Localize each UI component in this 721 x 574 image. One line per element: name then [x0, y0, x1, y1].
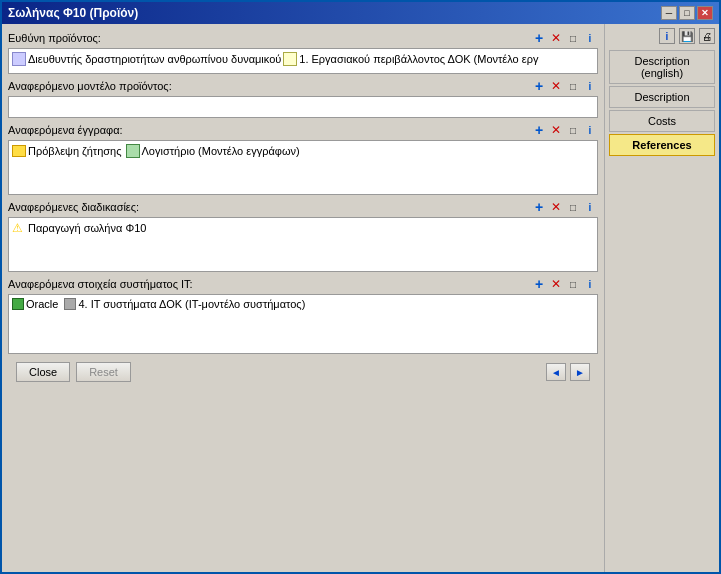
ref-docs-icons: + ✕ □ i	[531, 122, 598, 138]
ref-model-info-button[interactable]: i	[582, 78, 598, 94]
responsibility-entry-1: Διευθυντής δραστηριοτήτων ανθρωπίνου δυν…	[12, 52, 281, 66]
main-panel: Ευθύνη προϊόντος: + ✕ □ i Διευθυντής δρα…	[2, 24, 604, 572]
tab-description-english[interactable]: Description (english)	[609, 50, 715, 84]
responsibility-icons: + ✕ □ i	[531, 30, 598, 46]
ref-it-entry-1-text: Oracle	[26, 298, 58, 310]
ref-procs-icons: + ✕ □ i	[531, 199, 598, 215]
ref-docs-entry-1-text: Πρόβλεψη ζήτησης	[28, 145, 122, 157]
grey-sq-icon	[64, 298, 76, 310]
ref-docs-entry-2-text: Λογιστήριο (Μοντέλο εγγράφων)	[142, 145, 300, 157]
ref-procs-section: Αναφερόμενες διαδικασίες: + ✕ □ i Παραγω…	[8, 199, 598, 272]
responsibility-info-button[interactable]: i	[582, 30, 598, 46]
ref-docs-header: Αναφερόμενα έγγραφα: + ✕ □ i	[8, 122, 598, 138]
sidebar-print-button[interactable]: 🖨	[699, 28, 715, 44]
ref-it-entry-1: Oracle 4. IT συστήματα ΔΟΚ (IT-μοντέλο σ…	[12, 298, 305, 310]
responsibility-section: Ευθύνη προϊόντος: + ✕ □ i Διευθυντής δρα…	[8, 30, 598, 74]
ref-procs-info-button[interactable]: i	[582, 199, 598, 215]
warning-icon	[12, 221, 26, 235]
ref-docs-entry-1: Πρόβλεψη ζήτησης Λογιστήριο (Μοντέλο εγγ…	[12, 144, 300, 158]
ref-procs-header: Αναφερόμενες διαδικασίες: + ✕ □ i	[8, 199, 598, 215]
ref-it-remove-button[interactable]: ✕	[548, 276, 564, 292]
ref-procs-entry-1: Παραγωγή σωλήνα Φ10	[12, 221, 146, 235]
ref-it-label: Αναφερόμενα στοιχεία συστήματος IT:	[8, 278, 193, 290]
nav-left-button[interactable]: ◄	[546, 363, 566, 381]
ref-it-add-button[interactable]: +	[531, 276, 547, 292]
responsibility-edit-button[interactable]: □	[565, 30, 581, 46]
ref-docs-add-button[interactable]: +	[531, 122, 547, 138]
right-sidebar: i 💾 🖨 Description (english) Description …	[604, 24, 719, 572]
ref-procs-entry-1-text: Παραγωγή σωλήνα Φ10	[28, 222, 146, 234]
ref-it-box: Oracle 4. IT συστήματα ΔΟΚ (IT-μοντέλο σ…	[8, 294, 598, 354]
green-sq-icon	[12, 298, 24, 310]
nav-right-button[interactable]: ►	[570, 363, 590, 381]
ref-it-edit-button[interactable]: □	[565, 276, 581, 292]
responsibility-header: Ευθύνη προϊόντος: + ✕ □ i	[8, 30, 598, 46]
ref-docs-label: Αναφερόμενα έγγραφα:	[8, 124, 123, 136]
responsibility-entry-2: 1. Εργασιακού περιβάλλοντος ΔΟΚ (Μοντέλο…	[283, 52, 538, 66]
ref-docs-section: Αναφερόμενα έγγραφα: + ✕ □ i Πρόβλεψη ζή…	[8, 122, 598, 195]
ref-model-box	[8, 96, 598, 118]
ref-model-add-button[interactable]: +	[531, 78, 547, 94]
log-icon	[126, 144, 140, 158]
title-bar: Σωλήνας Φ10 (Προϊόν) ─ □ ✕	[2, 2, 719, 24]
ref-model-icons: + ✕ □ i	[531, 78, 598, 94]
responsibility-label: Ευθύνη προϊόντος:	[8, 32, 101, 44]
tab-costs[interactable]: Costs	[609, 110, 715, 132]
ref-docs-edit-button[interactable]: □	[565, 122, 581, 138]
sidebar-info-icons: i 💾 🖨	[609, 28, 715, 44]
main-window: Σωλήνας Φ10 (Προϊόν) ─ □ ✕ Ευθύνη προϊόν…	[0, 0, 721, 574]
sidebar-save-button[interactable]: 💾	[679, 28, 695, 44]
ref-procs-remove-button[interactable]: ✕	[548, 199, 564, 215]
doc-icon	[283, 52, 297, 66]
ref-it-header: Αναφερόμενα στοιχεία συστήματος IT: + ✕ …	[8, 276, 598, 292]
ref-it-icons: + ✕ □ i	[531, 276, 598, 292]
ref-model-edit-button[interactable]: □	[565, 78, 581, 94]
ref-procs-box: Παραγωγή σωλήνα Φ10	[8, 217, 598, 272]
ref-model-label: Αναφερόμενο μοντέλο προϊόντος:	[8, 80, 172, 92]
minimize-button[interactable]: ─	[661, 6, 677, 20]
responsibility-entry-2-text: 1. Εργασιακού περιβάλλοντος ΔΟΚ (Μοντέλο…	[299, 53, 538, 65]
responsibility-entry-1-text: Διευθυντής δραστηριοτήτων ανθρωπίνου δυν…	[28, 53, 281, 65]
ref-model-remove-button[interactable]: ✕	[548, 78, 564, 94]
tab-references[interactable]: References	[609, 134, 715, 156]
ref-docs-info-button[interactable]: i	[582, 122, 598, 138]
ref-docs-remove-button[interactable]: ✕	[548, 122, 564, 138]
person-icon	[12, 52, 26, 66]
title-bar-buttons: ─ □ ✕	[661, 6, 713, 20]
ref-it-entry-2-text: 4. IT συστήματα ΔΟΚ (IT-μοντέλο συστήματ…	[78, 298, 305, 310]
responsibility-remove-button[interactable]: ✕	[548, 30, 564, 46]
reset-button[interactable]: Reset	[76, 362, 131, 382]
bottom-bar: Close Reset ◄ ►	[8, 358, 598, 386]
tab-description[interactable]: Description	[609, 86, 715, 108]
sidebar-info-button[interactable]: i	[659, 28, 675, 44]
bottom-left: Close Reset	[16, 362, 131, 382]
ref-procs-label: Αναφερόμενες διαδικασίες:	[8, 201, 139, 213]
ref-procs-edit-button[interactable]: □	[565, 199, 581, 215]
responsibility-box: Διευθυντής δραστηριοτήτων ανθρωπίνου δυν…	[8, 48, 598, 74]
ref-it-info-button[interactable]: i	[582, 276, 598, 292]
ref-it-section: Αναφερόμενα στοιχεία συστήματος IT: + ✕ …	[8, 276, 598, 354]
responsibility-add-button[interactable]: +	[531, 30, 547, 46]
folder-icon	[12, 145, 26, 157]
window-title: Σωλήνας Φ10 (Προϊόν)	[8, 6, 138, 20]
ref-model-header: Αναφερόμενο μοντέλο προϊόντος: + ✕ □ i	[8, 78, 598, 94]
maximize-button[interactable]: □	[679, 6, 695, 20]
close-button[interactable]: Close	[16, 362, 70, 382]
ref-procs-add-button[interactable]: +	[531, 199, 547, 215]
ref-model-section: Αναφερόμενο μοντέλο προϊόντος: + ✕ □ i	[8, 78, 598, 118]
window-content: Ευθύνη προϊόντος: + ✕ □ i Διευθυντής δρα…	[2, 24, 719, 572]
bottom-right: ◄ ►	[546, 363, 590, 381]
ref-docs-box: Πρόβλεψη ζήτησης Λογιστήριο (Μοντέλο εγγ…	[8, 140, 598, 195]
close-window-button[interactable]: ✕	[697, 6, 713, 20]
